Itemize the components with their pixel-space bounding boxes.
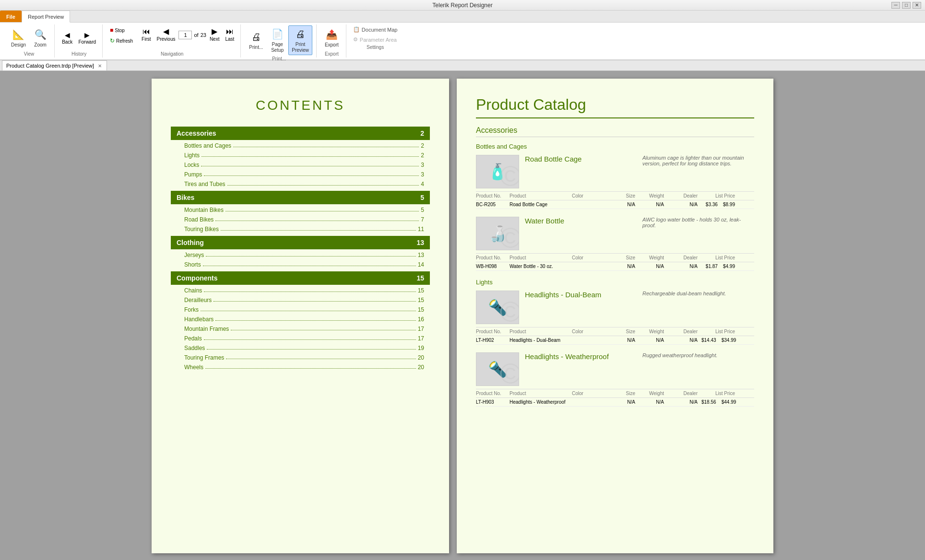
cell-product-no: LT-H903 (476, 399, 510, 405)
cell-product: Headlights - Weatherproof (510, 399, 572, 405)
product-row: 🧴©Road Bottle CageAluminum cage is light… (476, 155, 754, 188)
header-size: Size (610, 193, 639, 198)
toc-item[interactable]: Bottles and Cages2 (171, 141, 430, 151)
toc-category-row[interactable]: Accessories2 (171, 127, 430, 140)
product-row: 🔦©Headlights - WeatherproofRugged weathe… (476, 352, 754, 386)
toc-item-name: Chains (184, 287, 202, 294)
toc-item-dots (215, 216, 419, 221)
toc-item[interactable]: Lights2 (171, 151, 430, 160)
close-button[interactable]: ✕ (913, 2, 921, 9)
tab-report-preview[interactable]: Report Preview (22, 11, 70, 23)
toc-category-row[interactable]: Components15 (171, 271, 430, 285)
toc-item-page: 20 (418, 354, 424, 361)
toc-item[interactable]: Locks3 (171, 160, 430, 170)
toc-item-page: 15 (418, 306, 424, 313)
toc-item[interactable]: Touring Frames20 (171, 353, 430, 362)
zoom-button[interactable]: 🔍 Zoom (30, 26, 50, 50)
toc-item-page: 20 (418, 364, 424, 371)
toc-item[interactable]: Saddles19 (171, 343, 430, 353)
previous-button[interactable]: ◀ Previous (154, 25, 178, 43)
toc-item-page: 15 (418, 297, 424, 303)
stop-label: Stop (115, 28, 125, 33)
toc-item-name: Pedals (184, 335, 202, 342)
toc-item[interactable]: Road Bikes7 (171, 215, 430, 224)
cell-color (572, 264, 610, 269)
cell-product: Headlights - Dual-Beam (510, 338, 572, 343)
settings-items: 📋 Document Map ⚙ Parameter Area (351, 25, 400, 44)
cell-color (572, 202, 610, 207)
print-preview-button[interactable]: 🖨 PrintPreview (288, 25, 312, 55)
toc-item-name: Locks (184, 162, 199, 168)
window-controls: ─ □ ✕ (891, 2, 921, 9)
stop-button[interactable]: ■ Stop (107, 25, 135, 35)
parameter-area-button[interactable]: ⚙ Parameter Area (351, 35, 400, 44)
toc-item[interactable]: Shorts14 (171, 260, 430, 269)
export-button[interactable]: 📤 Export (321, 26, 342, 50)
header-list-price: List Price (701, 391, 735, 396)
maximize-button[interactable]: □ (902, 2, 911, 9)
cell-weight: N/A (639, 202, 668, 207)
stop-refresh-group: ■ Stop ↻ Refresh (107, 25, 135, 46)
toc-item-dots (221, 226, 416, 231)
toc-item[interactable]: Derailleurs15 (171, 295, 430, 305)
toc-item-page: 17 (418, 335, 424, 342)
next-icon: ▶ (212, 27, 217, 36)
last-button[interactable]: ⏭ Last (223, 26, 237, 43)
toc-content: Accessories2Bottles and Cages2Lights2Loc… (171, 127, 430, 372)
parameter-area-icon: ⚙ (353, 36, 358, 43)
total-pages: 23 (201, 32, 206, 38)
document-tab[interactable]: Product Catalog Green.trdp [Preview] ✕ (2, 60, 107, 70)
toc-item-dots (225, 207, 419, 211)
toc-item[interactable]: Handlebars16 (171, 315, 430, 324)
document-tab-close[interactable]: ✕ (97, 63, 103, 69)
document-map-button[interactable]: 📋 Document Map (351, 25, 400, 34)
toc-item-name: Lights (184, 152, 200, 159)
page-setup-icon: 📄 (271, 27, 284, 41)
ribbon-tab-bar: File Report Preview (0, 11, 925, 22)
next-button[interactable]: ▶ Next (207, 25, 222, 43)
minimize-button[interactable]: ─ (891, 2, 900, 9)
tab-file[interactable]: File (0, 11, 22, 22)
print-icon: 🖨 (249, 30, 263, 44)
toc-category-row[interactable]: Clothing13 (171, 236, 430, 249)
header-product: Product (510, 329, 572, 334)
ribbon-group-navigation: ■ Stop ↻ Refresh ⏮ First (104, 24, 241, 58)
first-button[interactable]: ⏮ First (139, 26, 153, 43)
catalog-content: AccessoriesBottles and Cages🧴©Road Bottl… (476, 126, 754, 407)
header-weight: Weight (639, 193, 668, 198)
toc-item[interactable]: Pedals17 (171, 334, 430, 343)
forward-button[interactable]: ▶ Forward (76, 30, 98, 46)
table-row: LT-H902 Headlights - Dual-Beam N/A N/A N… (476, 336, 754, 345)
toc-item[interactable]: Mountain Bikes5 (171, 205, 430, 215)
toc-item[interactable]: Wheels20 (171, 362, 430, 372)
toc-item-dots (213, 297, 415, 302)
toc-page: CONTENTS Accessories2Bottles and Cages2L… (152, 79, 449, 553)
toc-category-name: Bikes (177, 194, 194, 201)
toc-item[interactable]: Touring Bikes11 (171, 224, 430, 234)
refresh-button[interactable]: ↻ Refresh (107, 36, 135, 46)
page-setup-button[interactable]: 📄 PageSetup (267, 25, 287, 55)
toc-item-page: 3 (421, 162, 424, 168)
header-dealer: Dealer (668, 329, 701, 334)
print-button[interactable]: 🖨 Print... (246, 28, 266, 52)
view-group-label: View (24, 51, 35, 57)
back-button[interactable]: ◀ Back (59, 30, 75, 46)
page-number-input[interactable]: 1 (178, 31, 192, 39)
last-icon: ⏭ (226, 27, 234, 36)
cell-size: N/A (610, 338, 639, 343)
stop-icon: ■ (110, 27, 113, 34)
design-button[interactable]: 📐 Design (8, 26, 29, 50)
product-table-header: Product No. Product Color Size Weight De… (476, 253, 754, 262)
toc-section: Components15Chains15Derailleurs15Forks15… (171, 271, 430, 372)
toc-item[interactable]: Jerseys13 (171, 250, 430, 260)
toc-item[interactable]: Mountain Frames17 (171, 324, 430, 334)
toc-item-dots (226, 354, 415, 359)
toc-item[interactable]: Chains15 (171, 286, 430, 295)
previous-icon: ◀ (163, 27, 169, 36)
toc-item[interactable]: Forks15 (171, 305, 430, 315)
toc-category-row[interactable]: Bikes5 (171, 191, 430, 204)
toc-item[interactable]: Tires and Tubes4 (171, 179, 430, 189)
header-color: Color (572, 329, 610, 334)
toc-item[interactable]: Pumps3 (171, 170, 430, 179)
header-dealer: Dealer (668, 193, 701, 198)
